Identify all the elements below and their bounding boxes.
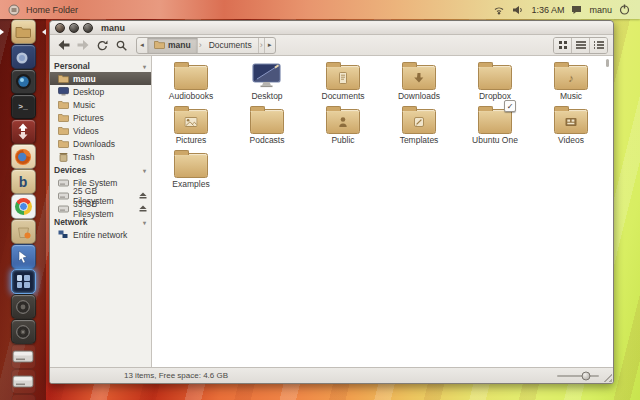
sidebar-item-music[interactable]: Music <box>50 98 151 111</box>
launcher-item-applications-place[interactable] <box>0 294 46 319</box>
zoom-slider[interactable] <box>557 375 599 377</box>
files-place-icon <box>11 319 36 344</box>
section-title: Network <box>54 217 88 227</box>
chevron-down-icon[interactable]: ▾ <box>143 219 146 226</box>
file-item-public[interactable]: Public <box>305 103 381 147</box>
sidebar-item-33-gb-filesystem[interactable]: 33 GB Filesystem <box>50 202 151 215</box>
sidebar-item-pictures[interactable]: Pictures <box>50 111 151 124</box>
messages-icon[interactable] <box>571 5 582 15</box>
file-item-templates[interactable]: Templates <box>381 103 457 147</box>
launcher-item-photo-manager[interactable] <box>0 69 46 94</box>
sidebar-item-downloads[interactable]: Downloads <box>50 137 151 150</box>
file-label: Documents <box>322 91 365 101</box>
file-grid[interactable]: AudiobooksDesktopDocumentsDownloadsDropb… <box>152 56 613 367</box>
file-item-documents[interactable]: Documents <box>305 59 381 103</box>
file-label: Music <box>560 91 582 101</box>
sidebar-section-devices[interactable]: Devices▾ <box>50 163 151 176</box>
section-title: Devices <box>54 165 86 175</box>
photo-manager-icon <box>11 69 36 94</box>
launcher-item-transmission[interactable] <box>0 119 46 144</box>
breadcrumb-documents[interactable]: Documents <box>203 38 259 53</box>
path-scroll-left[interactable]: ◄ <box>137 38 148 53</box>
sidebar-item-trash[interactable]: Trash <box>50 150 151 163</box>
volume-icon[interactable] <box>512 5 524 15</box>
file-label: Audiobooks <box>169 91 213 101</box>
path-scroll-right[interactable]: ► <box>264 38 275 53</box>
transmission-icon <box>11 119 36 144</box>
launcher-item-banshee[interactable]: b <box>0 169 46 194</box>
sidebar-item-label: Trash <box>73 152 94 162</box>
launcher-item-filesystem-25gb[interactable] <box>0 344 46 369</box>
network-icon[interactable] <box>493 4 505 15</box>
launcher-item-trash[interactable] <box>0 394 46 400</box>
sidebar-item-desktop[interactable]: Desktop <box>50 85 151 98</box>
launcher-item-firefox[interactable] <box>0 144 46 169</box>
back-button[interactable] <box>55 37 73 53</box>
sidebar-item-label: Pictures <box>73 113 104 123</box>
session-icon[interactable] <box>619 4 630 15</box>
file-item-downloads[interactable]: Downloads <box>381 59 457 103</box>
titlebar[interactable]: manu <box>50 21 613 35</box>
file-item-music[interactable]: ♪Music <box>533 59 609 103</box>
file-item-audiobooks[interactable]: Audiobooks <box>153 59 229 103</box>
search-icon[interactable] <box>112 37 130 53</box>
file-item-podcasts[interactable]: Podcasts <box>229 103 305 147</box>
sidebar-item-videos[interactable]: Videos <box>50 124 151 137</box>
file-label: Podcasts <box>250 135 285 145</box>
view-compact-button[interactable] <box>590 38 607 53</box>
folder-icon <box>174 59 208 90</box>
sidebar-item-label: Desktop <box>73 87 104 97</box>
launcher-item-media-player[interactable] <box>0 44 46 69</box>
launcher-item-files-place[interactable] <box>0 319 46 344</box>
resize-grip[interactable] <box>602 372 612 382</box>
window-title: manu <box>101 23 125 33</box>
chevron-down-icon[interactable]: ▾ <box>143 63 146 70</box>
file-item-pictures[interactable]: Pictures <box>153 103 229 147</box>
sidebar-item-manu[interactable]: manu <box>50 72 151 85</box>
minimize-button[interactable] <box>69 23 79 33</box>
launcher-item-chromium[interactable] <box>0 194 46 219</box>
launcher-item-filesystem-33gb[interactable] <box>0 369 46 394</box>
file-item-desktop[interactable]: Desktop <box>229 59 305 103</box>
launcher-item-remote-desktop[interactable] <box>0 244 46 269</box>
folder-shape <box>174 65 208 90</box>
list-view-icon <box>576 41 586 49</box>
close-button[interactable] <box>55 23 65 33</box>
folder-icon <box>154 40 165 51</box>
view-grid-button[interactable] <box>554 38 572 53</box>
folder-icon <box>402 103 436 134</box>
folder-shape <box>174 153 208 178</box>
file-item-ubuntu-one[interactable]: ✓Ubuntu One <box>457 103 533 147</box>
panel-username[interactable]: manu <box>589 5 612 15</box>
sidebar-section-personal[interactable]: Personal▾ <box>50 59 151 72</box>
scrollbar-indicator[interactable] <box>606 59 609 67</box>
file-item-dropbox[interactable]: Dropbox <box>457 59 533 103</box>
network-icon <box>57 230 69 239</box>
launcher-item-terminal[interactable]: >_ <box>0 94 46 119</box>
launcher-item-software-center[interactable] <box>0 219 46 244</box>
eject-icon[interactable] <box>139 205 147 212</box>
maximize-button[interactable] <box>83 23 93 33</box>
view-list-button[interactable] <box>572 38 590 53</box>
terminal-icon: >_ <box>11 94 36 119</box>
file-label: Templates <box>400 135 439 145</box>
forward-button[interactable] <box>74 37 92 53</box>
folder-icon: ♪ <box>554 59 588 90</box>
desktop: Home Folder 1:36 AM manu >_b manu <box>0 0 640 400</box>
file-item-videos[interactable]: Videos <box>533 103 609 147</box>
chevron-down-icon[interactable]: ▾ <box>143 167 146 174</box>
panel-clock[interactable]: 1:36 AM <box>531 5 564 15</box>
firefox-icon <box>11 144 36 169</box>
drive-icon <box>57 192 69 200</box>
eject-icon[interactable] <box>139 192 147 199</box>
zoom-slider-knob[interactable] <box>581 371 590 380</box>
launcher-item-home-folder[interactable] <box>0 19 46 44</box>
reload-button[interactable] <box>93 37 111 53</box>
folder-icon <box>326 59 360 90</box>
file-item-examples[interactable]: Examples <box>153 147 229 191</box>
folder-shape <box>478 109 512 134</box>
breadcrumb-manu[interactable]: manu <box>148 38 198 53</box>
launcher-item-workspace-switcher[interactable] <box>0 269 46 294</box>
folder-shape <box>174 109 208 134</box>
sidebar-item-entire-network[interactable]: Entire network <box>50 228 151 241</box>
